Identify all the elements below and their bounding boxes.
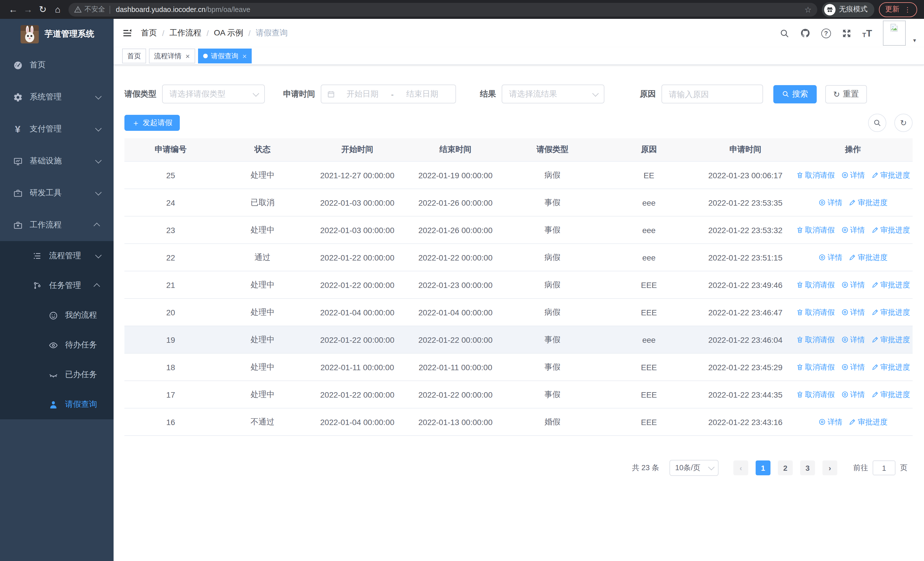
browser-home-icon[interactable]: ⌂ xyxy=(50,4,65,15)
detail-link[interactable]: 详情 xyxy=(841,390,865,400)
apply-time-range-picker[interactable]: 开始日期 - 结束日期 xyxy=(321,84,456,104)
detail-link[interactable]: 详情 xyxy=(841,225,865,235)
cancel-leave-link[interactable]: 取消请假 xyxy=(796,334,835,345)
approval-progress-link[interactable]: 审批进度 xyxy=(871,280,910,290)
update-label[interactable]: 更新 xyxy=(885,5,900,14)
detail-link[interactable]: 详情 xyxy=(841,280,865,290)
cell-type: 事假 xyxy=(504,326,600,353)
detail-link[interactable]: 详情 xyxy=(841,334,865,345)
sidebar-item-infrastructure[interactable]: 基础设施 xyxy=(0,145,114,177)
approval-progress-link[interactable]: 审批进度 xyxy=(871,170,910,180)
reset-button[interactable]: ↻ 重置 xyxy=(825,85,867,103)
cancel-leave-link[interactable]: 取消请假 xyxy=(796,280,835,290)
eye-open-icon xyxy=(48,340,58,350)
github-icon[interactable] xyxy=(800,28,810,38)
cancel-leave-link[interactable]: 取消请假 xyxy=(796,362,835,372)
page-size-select[interactable]: 10条/页 xyxy=(669,460,718,476)
approval-progress-link[interactable]: 审批进度 xyxy=(849,197,888,208)
detail-link[interactable]: 详情 xyxy=(841,170,865,180)
page-button-2[interactable]: 2 xyxy=(778,460,793,475)
browser-menu-icon[interactable]: ⋮ xyxy=(904,5,911,14)
detail-link[interactable]: 详情 xyxy=(818,252,842,263)
sidebar-item-label: 待办任务 xyxy=(65,340,97,350)
browser-back-icon[interactable]: ← xyxy=(6,4,21,15)
tab-home[interactable]: 首页 xyxy=(122,48,146,63)
sidebar-item-home[interactable]: 首页 xyxy=(0,49,114,81)
chevron-down-icon[interactable]: ▾ xyxy=(913,37,916,44)
cell-id: 20 xyxy=(124,298,217,326)
sidebar-item-devtools[interactable]: 研发工具 xyxy=(0,177,114,209)
cell-actions: 详情审批进度 xyxy=(793,189,913,216)
url-domain[interactable]: dashboard.yudao.iocoder.cn xyxy=(116,5,206,14)
goto-page-input[interactable] xyxy=(873,460,896,475)
user-avatar[interactable] xyxy=(883,21,906,46)
cell-status: 处理中 xyxy=(217,298,308,326)
sidebar-item-label: 请假查询 xyxy=(65,399,97,410)
security-warning-icon[interactable] xyxy=(74,6,82,13)
incognito-icon xyxy=(824,4,836,15)
close-icon[interactable]: × xyxy=(186,52,190,60)
approval-progress-link[interactable]: 审批进度 xyxy=(871,334,910,345)
sidebar-item-system[interactable]: 系统管理 xyxy=(0,81,114,113)
address-bar[interactable]: 不安全 dashboard.yudao.iocoder.cn /bpm/oa/l… xyxy=(69,3,817,16)
app-logo[interactable]: 芋道管理系统 xyxy=(0,19,114,49)
sidebar-item-my-process[interactable]: 我的流程 xyxy=(0,301,114,330)
sidebar-item-task-mgmt[interactable]: 任务管理 xyxy=(0,271,114,301)
breadcrumb-workflow[interactable]: 工作流程 xyxy=(170,28,201,38)
prev-page-button[interactable]: ‹ xyxy=(734,460,748,475)
table-toolbar: ＋ 发起请假 ↻ xyxy=(124,114,913,132)
help-icon[interactable]: ? xyxy=(821,28,831,38)
sidebar-item-workflow[interactable]: 工作流程 xyxy=(0,209,114,241)
breadcrumb-home[interactable]: 首页 xyxy=(141,28,157,38)
sidebar-item-label: 流程管理 xyxy=(49,251,81,261)
search-icon[interactable] xyxy=(780,28,789,38)
tab-leave-query[interactable]: 请假查询 × xyxy=(198,48,252,63)
url-path[interactable]: /bpm/oa/leave xyxy=(206,5,800,14)
cancel-leave-link[interactable]: 取消请假 xyxy=(796,390,835,400)
sidebar-item-process-mgmt[interactable]: 流程管理 xyxy=(0,241,114,271)
sidebar-collapse-icon[interactable] xyxy=(114,28,141,38)
font-size-icon[interactable]: TT xyxy=(862,28,872,38)
browser-update-button[interactable]: 更新 ⋮ xyxy=(879,2,917,17)
refresh-table-button[interactable]: ↻ xyxy=(894,114,913,132)
bookmark-star-icon[interactable]: ☆ xyxy=(804,5,812,14)
security-label[interactable]: 不安全 xyxy=(84,5,105,14)
approval-progress-link[interactable]: 审批进度 xyxy=(849,252,888,263)
page-button-1[interactable]: 1 xyxy=(756,460,771,475)
detail-link[interactable]: 详情 xyxy=(841,307,865,317)
search-button[interactable]: 搜索 xyxy=(773,85,817,103)
browser-reload-icon[interactable]: ↻ xyxy=(35,4,50,15)
fullscreen-icon[interactable] xyxy=(842,28,852,38)
approval-progress-link[interactable]: 审批进度 xyxy=(871,225,910,235)
detail-link[interactable]: 详情 xyxy=(841,362,865,372)
approval-progress-link[interactable]: 审批进度 xyxy=(871,362,910,372)
cell-applied: 2022-01-22 23:53:32 xyxy=(698,216,793,244)
sidebar-item-payment[interactable]: ¥ 支付管理 xyxy=(0,113,114,145)
create-leave-button[interactable]: ＋ 发起请假 xyxy=(124,115,180,131)
page-button-3[interactable]: 3 xyxy=(800,460,815,475)
sidebar-item-leave-query[interactable]: 请假查询 xyxy=(0,390,114,419)
next-page-button[interactable]: › xyxy=(822,460,837,475)
sidebar-item-todo-tasks[interactable]: 待办任务 xyxy=(0,330,114,360)
browser-forward-icon[interactable]: → xyxy=(21,4,35,15)
cell-end: 2022-01-23 00:00:00 xyxy=(406,271,504,298)
approval-progress-link[interactable]: 审批进度 xyxy=(871,390,910,400)
close-icon[interactable]: × xyxy=(242,52,246,60)
show-search-button[interactable] xyxy=(868,114,886,132)
reason-input[interactable] xyxy=(662,85,762,103)
sidebar-item-done-tasks[interactable]: 已办任务 xyxy=(0,360,114,390)
approval-progress-link[interactable]: 审批进度 xyxy=(871,307,910,317)
reason-label: 原因 xyxy=(640,89,656,99)
tree-list-icon xyxy=(32,251,42,261)
cancel-leave-link[interactable]: 取消请假 xyxy=(796,225,835,235)
cancel-leave-link[interactable]: 取消请假 xyxy=(796,307,835,317)
cell-id: 19 xyxy=(124,326,217,353)
approval-progress-link[interactable]: 审批进度 xyxy=(849,417,888,427)
detail-link[interactable]: 详情 xyxy=(818,197,842,208)
leave-type-select[interactable]: 请选择请假类型 xyxy=(162,84,265,104)
tab-process-detail[interactable]: 流程详情 × xyxy=(149,48,195,63)
breadcrumb-oa-example[interactable]: OA 示例 xyxy=(214,28,243,38)
detail-link[interactable]: 详情 xyxy=(818,417,842,427)
cancel-leave-link[interactable]: 取消请假 xyxy=(796,170,835,180)
result-select[interactable]: 请选择流结果 xyxy=(502,84,604,104)
